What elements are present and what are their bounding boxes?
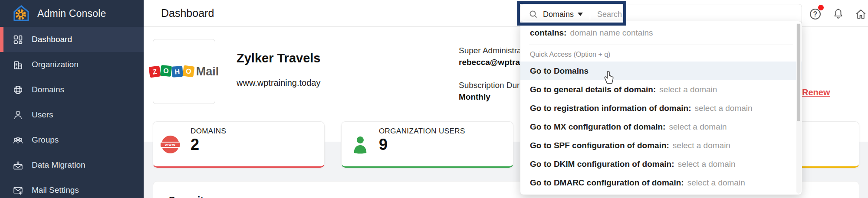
logo-tile: H	[171, 66, 183, 78]
search-input[interactable]: Search	[597, 10, 622, 19]
help-notification-badge	[818, 5, 824, 10]
sidebar-nav: Dashboard Organization Domains	[0, 27, 144, 198]
security-heading: Security	[168, 195, 210, 198]
sidebar-item-users[interactable]: Users	[0, 102, 144, 127]
logo-tile: Z	[148, 65, 161, 78]
globe-icon	[12, 84, 23, 95]
mail-gear-icon	[12, 185, 23, 196]
stat-value: 9	[379, 136, 388, 154]
super-admin-email: rebecca@wptra	[459, 56, 522, 68]
notifications-bell-icon[interactable]	[832, 8, 844, 22]
dropdown-item-spf-configuration[interactable]: Go to SPF configuration of domain:select…	[520, 136, 802, 155]
contains-label: contains:	[530, 28, 566, 37]
organization-website: www.wptraining.today	[237, 78, 320, 88]
quick-access-label: Quick Access (Option + q)	[520, 45, 802, 62]
sidebar-item-dashboard[interactable]: Dashboard	[0, 27, 144, 52]
dropdown-item-dmarc-configuration[interactable]: Go to DMARC configuration of domain:sele…	[520, 173, 802, 192]
www-band-label: www	[160, 142, 181, 148]
sidebar-item-label: Users	[32, 110, 53, 120]
search-dropdown-panel: contains:domain name contains Quick Acce…	[520, 21, 802, 195]
building-icon	[12, 59, 23, 70]
stat-value: 2	[191, 136, 199, 154]
super-admin-info: Super Administra rebecca@wptra	[459, 45, 522, 68]
page-title: Dashboard	[161, 7, 214, 19]
sidebar-item-groups[interactable]: Groups	[0, 127, 144, 153]
chevron-down-icon[interactable]	[578, 13, 583, 16]
home-icon[interactable]	[855, 8, 867, 22]
sidebar-item-data-migration[interactable]: Data Migration	[0, 153, 144, 178]
contains-hint: domain name contains	[570, 28, 653, 37]
logo-tile: O	[182, 65, 194, 77]
zoho-mail-logo: Z O H O Mail	[149, 65, 219, 78]
user-icon	[12, 109, 23, 120]
subscription-label: Subscription Dur	[459, 79, 519, 91]
sidebar-item-label: Dashboard	[32, 35, 72, 44]
group-icon	[12, 134, 23, 146]
sidebar-item-label: Groups	[32, 135, 59, 145]
mail-download-icon	[12, 159, 23, 171]
search-category-selector[interactable]: Domains	[543, 10, 574, 19]
sidebar-item-label: Domains	[32, 85, 64, 94]
dashboard-grid-icon	[12, 34, 23, 45]
dropdown-contains-row[interactable]: contains:domain name contains	[520, 21, 802, 45]
renew-link[interactable]: Renew	[802, 88, 830, 97]
dropdown-item-mx-configuration[interactable]: Go to MX configuration of domain:select …	[520, 117, 802, 136]
super-admin-label: Super Administra	[459, 45, 522, 56]
sidebar: Admin Console Dashboard Organization	[0, 0, 144, 198]
stat-card-domains[interactable]: www DOMAINS 2	[153, 121, 325, 168]
cursor-hand-icon	[603, 70, 615, 84]
logo-suffix: Mail	[196, 65, 219, 78]
search-icon	[529, 10, 538, 19]
app-logo-row: Admin Console	[0, 0, 144, 27]
dropdown-item-general-details[interactable]: Go to general details of domain:select a…	[520, 80, 802, 99]
dropdown-item-registration-info[interactable]: Go to registration information of domain…	[520, 99, 802, 117]
search-divider	[590, 9, 590, 19]
stat-label: DOMAINS	[191, 127, 226, 136]
sidebar-item-domains[interactable]: Domains	[0, 77, 144, 102]
organization-name: Zylker Travels	[237, 51, 320, 65]
sidebar-item-label: Mail Settings	[32, 185, 79, 195]
organization-logo: Z O H O Mail	[153, 39, 215, 104]
subscription-info: Subscription Dur Monthly	[459, 79, 519, 103]
app-title: Admin Console	[37, 8, 106, 19]
user-silhouette-icon	[351, 135, 369, 156]
www-globe-icon: www	[161, 136, 179, 153]
sidebar-item-mail-settings[interactable]: Mail Settings	[0, 178, 144, 198]
dropdown-scrollbar-thumb[interactable]	[797, 24, 800, 121]
stat-card-organization-users[interactable]: ORGANIZATION USERS 9	[341, 121, 513, 168]
logo-tile: O	[160, 65, 172, 77]
sidebar-item-label: Data Migration	[32, 160, 85, 170]
sidebar-item-organization[interactable]: Organization	[0, 52, 144, 77]
admin-console-logo-icon	[12, 3, 30, 23]
stat-label: ORGANIZATION USERS	[379, 127, 465, 136]
sidebar-item-label: Organization	[32, 60, 79, 69]
help-icon[interactable]: ?	[810, 9, 821, 19]
dropdown-item-go-to-domains[interactable]: Go to Domains	[520, 62, 802, 80]
subscription-value: Monthly	[459, 91, 519, 103]
dropdown-item-dkim-configuration[interactable]: Go to DKIM configuration of domain:selec…	[520, 155, 802, 173]
